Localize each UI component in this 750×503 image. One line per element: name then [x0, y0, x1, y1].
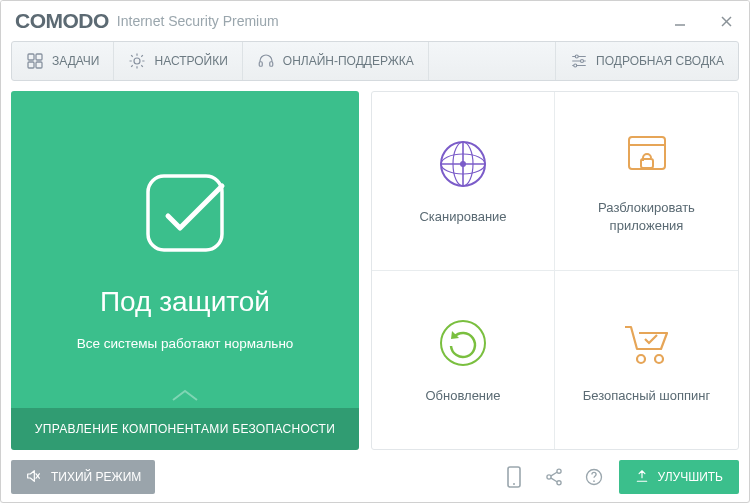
- security-components-label: УПРАВЛЕНИЕ КОМПОНЕНТАМИ БЕЗОПАСНОСТИ: [35, 422, 335, 436]
- cart-icon: [619, 315, 675, 371]
- svg-point-27: [655, 355, 663, 363]
- tasks-icon: [26, 52, 44, 70]
- security-components-button[interactable]: УПРАВЛЕНИЕ КОМПОНЕНТАМИ БЕЗОПАСНОСТИ: [11, 408, 359, 450]
- mobile-icon[interactable]: [499, 462, 529, 492]
- svg-point-10: [575, 55, 578, 58]
- silent-mode-button[interactable]: ТИХИЙ РЕЖИМ: [11, 460, 155, 494]
- tile-safeshop-label: Безопасный шоппинг: [583, 387, 711, 405]
- svg-point-14: [574, 64, 577, 67]
- upgrade-label: УЛУЧШИТЬ: [657, 470, 723, 484]
- tile-unblock-label: Разблокировать приложения: [565, 199, 728, 234]
- tile-safeshop[interactable]: Безопасный шоппинг: [555, 271, 738, 450]
- status-title: Под защитой: [100, 286, 270, 318]
- status-card: Под защитой Все системы работают нормаль…: [11, 91, 359, 450]
- toolbar-summary[interactable]: ПОДРОБНАЯ СВОДКА: [555, 42, 738, 80]
- svg-rect-8: [270, 62, 273, 67]
- toolbar-support[interactable]: ОНЛАЙН-ПОДДЕРЖКА: [243, 42, 429, 80]
- unlock-icon: [619, 127, 675, 183]
- svg-line-35: [551, 472, 558, 476]
- svg-rect-4: [36, 54, 42, 60]
- svg-rect-5: [28, 62, 34, 68]
- toolbar-support-label: ОНЛАЙН-ПОДДЕРЖКА: [283, 54, 414, 68]
- tile-scan-label: Сканирование: [419, 208, 506, 226]
- close-button[interactable]: [703, 1, 749, 41]
- svg-rect-15: [148, 176, 222, 250]
- minimize-icon: [673, 14, 687, 28]
- brand-logo: COMODO: [15, 9, 109, 33]
- product-subtitle: Internet Security Premium: [117, 13, 279, 29]
- toolbar-settings[interactable]: НАСТРОЙКИ: [114, 42, 242, 80]
- share-icon[interactable]: [539, 462, 569, 492]
- svg-point-25: [441, 321, 485, 365]
- upload-icon: [635, 469, 649, 486]
- bottom-bar: ТИХИЙ РЕЖИМ УЛУЧШИТЬ: [1, 460, 749, 502]
- tile-update-label: Обновление: [425, 387, 500, 405]
- svg-line-36: [551, 478, 558, 482]
- update-icon: [435, 315, 491, 371]
- main-area: Под защитой Все системы работают нормаль…: [1, 91, 749, 460]
- titlebar: COMODO Internet Security Premium: [1, 1, 749, 41]
- svg-point-21: [460, 161, 466, 167]
- svg-point-31: [513, 483, 515, 485]
- action-tiles: Сканирование Разблокировать приложения: [371, 91, 739, 450]
- app-window: COMODO Internet Security Premium ЗАДАЧИ …: [0, 0, 750, 503]
- svg-point-38: [594, 480, 596, 482]
- svg-point-26: [637, 355, 645, 363]
- toolbar-tasks[interactable]: ЗАДАЧИ: [12, 42, 114, 80]
- headset-icon: [257, 52, 275, 70]
- toolbar-summary-label: ПОДРОБНАЯ СВОДКА: [596, 54, 724, 68]
- svg-rect-6: [36, 62, 42, 68]
- sliders-icon: [570, 52, 588, 70]
- svg-rect-7: [259, 62, 262, 67]
- silent-mode-label: ТИХИЙ РЕЖИМ: [51, 470, 141, 484]
- scan-icon: [435, 136, 491, 192]
- minimize-button[interactable]: [657, 1, 703, 41]
- tile-unblock[interactable]: Разблокировать приложения: [555, 92, 738, 271]
- tile-update[interactable]: Обновление: [372, 271, 555, 450]
- close-icon: [720, 15, 733, 28]
- upgrade-button[interactable]: УЛУЧШИТЬ: [619, 460, 739, 494]
- svg-rect-3: [28, 54, 34, 60]
- tile-scan[interactable]: Сканирование: [372, 92, 555, 271]
- status-subtitle: Все системы работают нормально: [77, 336, 294, 351]
- svg-point-12: [581, 60, 584, 63]
- chevron-up-icon[interactable]: [171, 388, 199, 406]
- help-icon[interactable]: [579, 462, 609, 492]
- toolbar-tasks-label: ЗАДАЧИ: [52, 54, 99, 68]
- mute-icon: [25, 468, 41, 487]
- toolbar-settings-label: НАСТРОЙКИ: [154, 54, 227, 68]
- toolbar: ЗАДАЧИ НАСТРОЙКИ ОНЛАЙН-ПОДДЕРЖКА ПОДРОБ…: [11, 41, 739, 81]
- protected-check-icon: [130, 158, 240, 268]
- gear-icon: [128, 52, 146, 70]
